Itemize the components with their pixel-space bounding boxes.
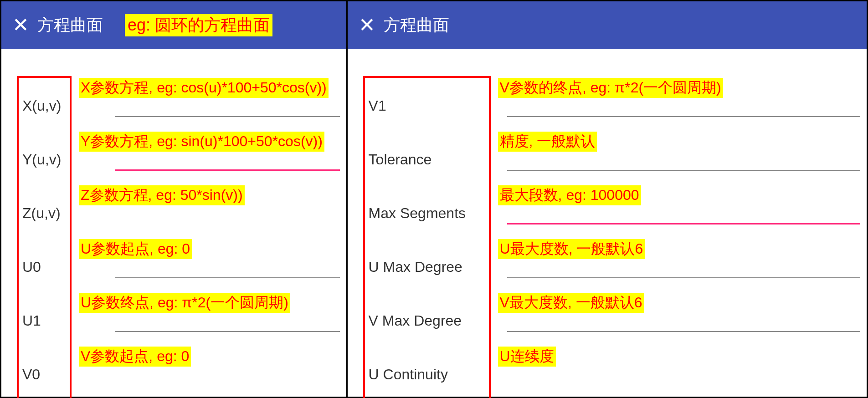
field-label-v1: V1 [365, 78, 489, 132]
input-underline[interactable] [507, 170, 860, 171]
annotation-tolerance: 精度, 一般默认 [498, 132, 597, 152]
annotation-v1: V参数的终点, eg: π*2(一个圆周期) [498, 78, 723, 98]
annot-row: V参数的终点, eg: π*2(一个圆周期) [498, 75, 862, 129]
annotation-ucont: U连续度 [498, 347, 556, 367]
annotation-z: Z参数方程, eg: 50*sin(v)) [79, 185, 245, 205]
field-label-tolerance: Tolerance [365, 132, 489, 185]
annot-row: V最大度数, 一般默认6 [498, 290, 862, 344]
input-underline[interactable] [115, 116, 340, 117]
input-underline[interactable] [115, 331, 340, 332]
annotation-vmaxdeg: V最大度数, 一般默认6 [498, 293, 644, 313]
header-right: ✕ 方程曲面 [348, 1, 867, 49]
annot-col-left: X参数方程, eg: cos(u)*100+50*cos(v)) Y参数方程, … [79, 75, 342, 398]
annot-row: V参数起点, eg: 0 [79, 344, 342, 398]
panel-title-right: 方程曲面 [384, 14, 449, 36]
input-underline[interactable] [115, 277, 340, 278]
close-icon[interactable]: ✕ [12, 15, 29, 35]
input-underline[interactable] [507, 223, 860, 225]
annot-row: U连续度 [498, 344, 862, 398]
annot-col-right: V参数的终点, eg: π*2(一个圆周期) 精度, 一般默认 最大段数, eg… [498, 75, 862, 398]
annotation-x: X参数方程, eg: cos(u)*100+50*cos(v)) [79, 78, 329, 98]
field-label-u1: U1 [19, 293, 70, 347]
input-underline[interactable] [507, 331, 860, 332]
input-underline[interactable] [507, 116, 860, 117]
field-label-ucont: U Continuity [365, 347, 489, 398]
field-label-maxseg: Max Segments [365, 185, 489, 239]
field-label-v0: V0 [19, 347, 70, 398]
annot-row: 精度, 一般默认 [498, 129, 862, 183]
annot-row: U参数起点, eg: 0 [79, 236, 342, 290]
title-annotation-left: eg: 圆环的方程曲面 [125, 14, 272, 36]
field-label-vmaxdeg: V Max Degree [365, 293, 489, 347]
app-frame: ✕ 方程曲面 eg: 圆环的方程曲面 X(u,v) Y(u,v) Z(u,v) … [0, 0, 868, 398]
field-label-z: Z(u,v) [19, 185, 70, 239]
annot-row: U参数终点, eg: π*2(一个圆周期) [79, 290, 342, 344]
annot-row: Z参数方程, eg: 50*sin(v)) [79, 183, 342, 236]
annot-row: X参数方程, eg: cos(u)*100+50*cos(v)) [79, 75, 342, 129]
body-left: X(u,v) Y(u,v) Z(u,v) U0 U1 V0 X参数方程, eg:… [1, 49, 346, 397]
annot-row: Y参数方程, eg: sin(u)*100+50*cos(v)) [79, 129, 342, 183]
field-labels-left: X(u,v) Y(u,v) Z(u,v) U0 U1 V0 [17, 76, 72, 398]
panel-title-left: 方程曲面 [37, 14, 103, 36]
annotation-maxseg: 最大段数, eg: 100000 [498, 185, 641, 205]
header-left: ✕ 方程曲面 eg: 圆环的方程曲面 [1, 1, 346, 49]
input-underline[interactable] [507, 277, 860, 278]
panel-right: ✕ 方程曲面 V1 Tolerance Max Segments U Max D… [348, 1, 867, 397]
annotation-u1: U参数终点, eg: π*2(一个圆周期) [79, 293, 290, 313]
field-labels-right: V1 Tolerance Max Segments U Max Degree V… [363, 76, 491, 398]
field-label-y: Y(u,v) [19, 132, 70, 185]
annotation-umaxdeg: U最大度数, 一般默认6 [498, 239, 645, 259]
annotation-v0: V参数起点, eg: 0 [79, 347, 191, 367]
field-label-u0: U0 [19, 239, 70, 293]
annotation-u0: U参数起点, eg: 0 [79, 239, 192, 259]
panel-left: ✕ 方程曲面 eg: 圆环的方程曲面 X(u,v) Y(u,v) Z(u,v) … [1, 1, 348, 397]
close-icon[interactable]: ✕ [359, 15, 375, 35]
annot-row: U最大度数, 一般默认6 [498, 236, 862, 290]
body-right: V1 Tolerance Max Segments U Max Degree V… [348, 49, 867, 397]
annotation-y: Y参数方程, eg: sin(u)*100+50*cos(v)) [79, 132, 324, 152]
field-label-umaxdeg: U Max Degree [365, 239, 489, 293]
annot-row: 最大段数, eg: 100000 [498, 183, 862, 236]
field-label-x: X(u,v) [19, 78, 70, 132]
input-underline[interactable] [115, 169, 340, 171]
